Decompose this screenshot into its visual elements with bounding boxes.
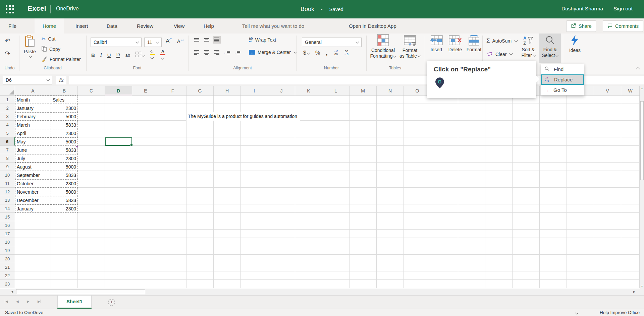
font-family-combo[interactable]: Calibri (91, 38, 142, 47)
cell-B10[interactable]: 5833 (51, 171, 78, 179)
row-header-1[interactable]: 1 (0, 96, 15, 104)
cell-A2[interactable]: January (15, 104, 51, 112)
cell-B5[interactable]: 2300 (51, 129, 78, 137)
middle-align-button[interactable] (203, 36, 211, 44)
tab-insert[interactable]: Insert (75, 18, 88, 34)
tell-me-box[interactable]: Tell me what you want to do (242, 18, 304, 34)
document-name[interactable]: Book (301, 6, 314, 13)
number-format-combo[interactable]: General (302, 38, 362, 47)
bold-button[interactable]: B (91, 52, 95, 58)
status-dropdown-icon[interactable] (575, 311, 579, 315)
column-header-I[interactable]: I (241, 86, 268, 96)
row-header-14[interactable]: 14 (0, 204, 15, 213)
scroll-down-icon[interactable]: ▼ (640, 285, 644, 288)
column-header-L[interactable]: L (322, 86, 350, 96)
last-sheet-icon[interactable]: ▶ (38, 300, 41, 303)
column-header-V[interactable]: V (594, 86, 621, 96)
tab-review[interactable]: Review (137, 18, 153, 34)
previous-sheet-icon[interactable]: ◀ (16, 300, 19, 303)
row-header-20[interactable]: 20 (0, 255, 15, 263)
cell-B12[interactable]: 5000 (51, 188, 78, 196)
open-in-desktop-button[interactable]: Open in Desktop App (349, 18, 396, 34)
column-header-J[interactable]: J (268, 86, 295, 96)
column-header-F[interactable]: F (159, 86, 186, 96)
row-header-15[interactable]: 15 (0, 213, 15, 221)
row-header-13[interactable]: 13 (0, 196, 15, 204)
strikethrough-button[interactable]: ab (125, 53, 130, 58)
cell-B9[interactable]: 5000 (51, 163, 78, 171)
scroll-right-icon[interactable]: ▶ (633, 289, 635, 295)
selection-fill-handle[interactable] (130, 144, 133, 146)
cell-B7[interactable]: 5833 (51, 146, 78, 154)
row-header-9[interactable]: 9 (0, 163, 15, 171)
horizontal-scrollbar[interactable]: ◀ ▶ (0, 289, 644, 295)
cell-A4[interactable]: March (15, 121, 51, 129)
cell-A8[interactable]: July (15, 154, 51, 163)
comments-button[interactable]: Comments (603, 20, 643, 32)
merge-center-button[interactable]: ↔ Merge & Center (249, 50, 297, 55)
share-button[interactable]: Share (566, 20, 596, 32)
redo-button[interactable]: ↷ (5, 50, 10, 58)
vertical-scrollbar[interactable]: ▲ ▼ (640, 86, 644, 289)
column-header-C[interactable]: C (78, 86, 105, 96)
clear-button[interactable]: Clear (487, 51, 512, 57)
copy-button[interactable]: Copy (42, 46, 60, 53)
column-header-N[interactable]: N (377, 86, 404, 96)
fx-button[interactable]: fx (56, 76, 66, 84)
increase-indent-button[interactable]: → (233, 49, 241, 56)
double-underline-button[interactable]: D (116, 52, 120, 58)
decrease-decimal-button[interactable]: .00→0 (344, 50, 348, 56)
column-header-A[interactable]: A (15, 86, 51, 96)
row-header-19[interactable]: 19 (0, 246, 15, 255)
cell-A10[interactable]: September (15, 171, 51, 179)
scroll-up-icon[interactable]: ▲ (640, 87, 644, 89)
tab-file[interactable]: File (8, 18, 16, 34)
row-header-7[interactable]: 7 (0, 146, 15, 154)
row-header-2[interactable]: 2 (0, 104, 15, 112)
row-header-23[interactable]: 23 (0, 280, 15, 288)
column-header-E[interactable]: E (132, 86, 159, 96)
select-all-corner[interactable] (0, 86, 15, 96)
fill-color-button[interactable] (150, 50, 155, 61)
cell-A12[interactable]: November (15, 188, 51, 196)
cell-B2[interactable]: 2300 (51, 104, 78, 112)
align-center-button[interactable] (203, 49, 211, 56)
format-as-table-button[interactable]: AZ Format as Table (398, 34, 421, 59)
sheet-grid[interactable]: 1234567891011121314151617181920212223Mon… (0, 96, 640, 289)
wrap-text-button[interactable]: ab↩ Wrap Text (249, 37, 276, 43)
delete-cells-button[interactable]: Delete (446, 35, 464, 53)
cell-A3[interactable]: February (15, 112, 51, 121)
vertical-scroll-thumb[interactable] (640, 101, 644, 180)
comma-style-button[interactable]: , (326, 49, 328, 57)
row-header-22[interactable]: 22 (0, 271, 15, 280)
column-header-D[interactable]: D (105, 86, 132, 96)
row-header-12[interactable]: 12 (0, 188, 15, 196)
cell-B11[interactable]: 2300 (51, 179, 78, 188)
cell-B13[interactable]: 5833 (51, 196, 78, 204)
row-header-5[interactable]: 5 (0, 129, 15, 137)
add-sheet-button[interactable]: + (108, 299, 115, 306)
cell-A14[interactable]: January (15, 204, 51, 213)
decrease-indent-button[interactable]: ← (223, 49, 231, 56)
ideas-button[interactable]: Ideas (565, 34, 585, 53)
cell-A11[interactable]: October (15, 179, 51, 188)
column-header-M[interactable]: M (350, 86, 377, 96)
cut-button[interactable]: ✂ Cut (42, 36, 55, 42)
font-size-combo[interactable]: 11 (144, 38, 162, 47)
horizontal-scroll-thumb[interactable] (16, 289, 145, 294)
paste-button[interactable]: Paste (21, 35, 39, 58)
cell-B1[interactable]: Sales (51, 96, 78, 104)
row-header-4[interactable]: 4 (0, 121, 15, 129)
currency-button[interactable]: $ (303, 50, 310, 56)
autosum-button[interactable]: Σ AutoSum (486, 38, 517, 44)
sort-filter-button[interactable]: AZ Sort & Filter (518, 34, 539, 58)
cell-B3[interactable]: 5000 (51, 112, 78, 121)
align-left-button[interactable] (193, 49, 201, 56)
align-right-button[interactable] (213, 49, 221, 56)
cell-B14[interactable]: 2300 (51, 204, 78, 213)
percent-button[interactable]: % (315, 50, 320, 56)
active-cell-D6[interactable] (105, 137, 132, 146)
cell-A9[interactable]: August (15, 163, 51, 171)
find-select-button[interactable]: Find & Select (539, 34, 561, 58)
top-align-button[interactable] (193, 36, 201, 44)
